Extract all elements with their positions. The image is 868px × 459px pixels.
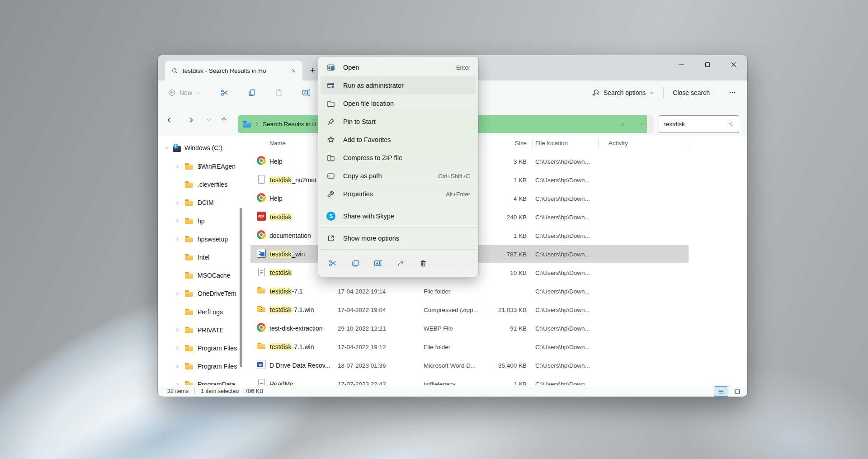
tree-item-label: MSOCache xyxy=(198,272,230,279)
command-bar-right: Search options Close search xyxy=(589,85,739,100)
sidebar-item-msocache[interactable]: MSOCache xyxy=(158,266,250,284)
cut-button[interactable] xyxy=(216,85,234,101)
sidebar-item-program-files[interactable]: Program Files xyxy=(158,357,250,375)
file-date-modified: 17-07-2023 22:42 xyxy=(338,380,386,385)
rename-icon: A xyxy=(373,259,382,268)
file-row[interactable]: testdisk-7.117-04-2022 19:14File folderC… xyxy=(250,282,747,300)
sidebar-item--cleverfiles[interactable]: .cleverfiles xyxy=(158,175,250,194)
sidebar-item-onedrivetem[interactable]: OneDriveTem xyxy=(158,284,250,303)
search-tab-icon xyxy=(171,67,178,74)
file-name-cell: ReadMe xyxy=(257,374,293,385)
folder-icon xyxy=(184,198,193,207)
maximize-button[interactable] xyxy=(694,55,721,74)
sidebar-item-hp[interactable]: hp xyxy=(158,212,250,230)
sidebar-item-intel[interactable]: Intel xyxy=(158,248,250,266)
file-name-cell: testdisk xyxy=(257,263,292,282)
file-name: testdisk xyxy=(269,213,292,221)
details-view-button[interactable] xyxy=(714,386,728,397)
file-name-cell: Help xyxy=(257,189,283,208)
sidebar-item-windows-c[interactable]: Windows (C:) xyxy=(164,141,222,155)
see-more-button[interactable] xyxy=(726,85,739,100)
new-icon xyxy=(168,89,176,97)
sidebar-item-perflogs[interactable]: PerfLogs xyxy=(158,303,250,321)
menu-item-share-with-skype[interactable]: SShare with Skype xyxy=(321,207,476,225)
delete-button[interactable] xyxy=(415,255,431,272)
file-row[interactable]: ReadMe17-07-2023 22:42txtfilelegacy1 KBC… xyxy=(250,374,747,385)
close-search-button[interactable]: Close search xyxy=(670,86,712,99)
file-row[interactable]: test-disk-extraction29-10-2022 12:21WEBP… xyxy=(250,319,747,337)
cut-button[interactable] xyxy=(324,255,341,272)
admin-shield-icon xyxy=(326,81,335,90)
search-clear-button[interactable] xyxy=(725,119,735,129)
folder-icon xyxy=(184,271,193,280)
menu-item-open[interactable]: OpenEnter xyxy=(321,58,476,76)
close-tab-button[interactable] xyxy=(288,65,299,76)
share-icon xyxy=(396,259,405,268)
back-button[interactable] xyxy=(161,111,179,128)
paste-button[interactable] xyxy=(270,85,288,101)
address-dropdown-button[interactable] xyxy=(615,118,628,131)
search-highlight: testdisk xyxy=(269,251,292,258)
stop-search-button[interactable] xyxy=(637,118,649,131)
minimize-button[interactable] xyxy=(668,55,694,74)
chevron-right-icon xyxy=(175,291,180,296)
expand-chevron[interactable] xyxy=(174,345,180,350)
expand-chevron[interactable] xyxy=(174,364,180,369)
expand-chevron[interactable] xyxy=(174,237,180,241)
thumbnail-view-icon xyxy=(734,388,741,395)
menu-item-compress-to-zip-file[interactable]: Compress to ZIP file xyxy=(321,149,476,167)
zip-folder-icon xyxy=(326,153,335,162)
menu-item-add-to-favorites[interactable]: Add to Favorites xyxy=(321,131,476,149)
menu-item-shortcut: Ctrl+Shift+C xyxy=(438,173,470,180)
menu-item-copy-as-path[interactable]: \..Copy as pathCtrl+Shift+C xyxy=(321,167,476,185)
file-row[interactable]: testdisk-7.1.win17-04-2022 19:04Compress… xyxy=(250,300,747,319)
file-name-cell: testdisk_nu2mer xyxy=(257,170,317,189)
rename-button[interactable]: A xyxy=(297,85,315,101)
copy-button[interactable] xyxy=(243,85,261,101)
thumbnail-view-button[interactable] xyxy=(730,386,745,397)
file-row[interactable]: testdisk-7.1.win17-04-2022 19:12File fol… xyxy=(250,337,747,356)
new-button[interactable]: New xyxy=(168,89,201,97)
expand-chevron[interactable] xyxy=(174,327,180,332)
column-header-file-location[interactable]: File location xyxy=(535,140,568,147)
sidebar-item-hpswsetup[interactable]: hpswsetup xyxy=(158,230,250,248)
forward-button[interactable] xyxy=(181,111,198,128)
sidebar-item--winreagen[interactable]: $WinREAgen xyxy=(158,157,250,175)
column-header-activity[interactable]: Activity xyxy=(609,140,628,147)
column-header-name[interactable]: Name xyxy=(269,140,286,147)
expand-chevron[interactable] xyxy=(174,200,180,205)
file-name: Help xyxy=(269,158,283,165)
rename-button[interactable]: A xyxy=(369,255,386,272)
expand-chevron[interactable] xyxy=(174,164,180,169)
menu-separator xyxy=(319,249,477,250)
expand-chevron[interactable] xyxy=(174,291,180,296)
maximize-icon xyxy=(704,61,711,68)
menu-item-show-more-options[interactable]: Show more options xyxy=(321,229,476,247)
menu-item-open-file-location[interactable]: Open file location xyxy=(321,95,476,113)
copy-button[interactable] xyxy=(347,255,363,272)
menu-item-label: Share with Skype xyxy=(343,213,470,220)
expand-chevron[interactable] xyxy=(174,218,180,223)
close-button[interactable] xyxy=(721,55,747,74)
sidebar-item-programdata[interactable]: ProgramData xyxy=(158,375,250,385)
file-location: C:\Users\hp\Down... xyxy=(535,306,590,313)
search-input[interactable] xyxy=(664,121,725,128)
new-tab-button[interactable] xyxy=(305,63,320,77)
menu-item-run-as-administrator[interactable]: Run as administrator xyxy=(321,76,476,95)
share-button[interactable] xyxy=(392,255,409,272)
sidebar-item-dcim[interactable]: DCIM xyxy=(158,194,250,212)
search-options-button[interactable]: Search options xyxy=(589,85,657,100)
explorer-tab[interactable]: testdisk - Search Results in Ho xyxy=(165,61,302,80)
menu-item-shortcut: Enter xyxy=(456,64,470,71)
file-row[interactable]: D Drive Data Recov...18-07-2023 01:36Mic… xyxy=(250,356,747,374)
recent-locations-button[interactable] xyxy=(200,111,217,128)
folder-icon xyxy=(184,326,193,335)
menu-item-properties[interactable]: PropertiesAlt+Enter xyxy=(321,185,476,203)
search-box[interactable] xyxy=(659,115,739,133)
menu-item-pin-to-start[interactable]: Pin to Start xyxy=(321,113,476,131)
open-window-icon xyxy=(326,63,335,72)
sidebar-item-private[interactable]: PRIVATE xyxy=(158,321,250,339)
sidebar-scrollbar[interactable] xyxy=(240,208,242,367)
up-button[interactable] xyxy=(215,111,232,128)
sidebar-item-program-files[interactable]: Program Files xyxy=(158,339,250,357)
